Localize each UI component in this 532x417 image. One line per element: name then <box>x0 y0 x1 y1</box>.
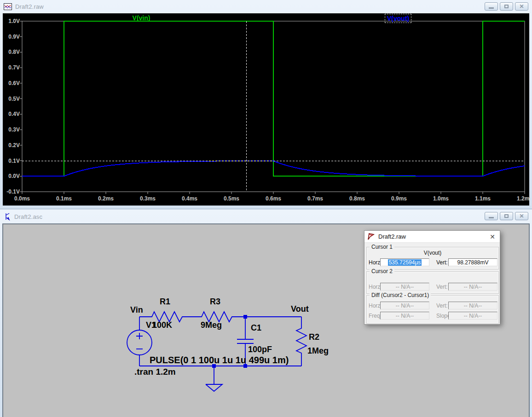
y-tick-label: 0.6V <box>3 80 20 86</box>
waveform-window-title: Draft2.raw <box>15 3 44 10</box>
x-tick-label: 0.9ms <box>387 195 411 202</box>
restore-icon <box>504 5 509 8</box>
cursor2-vert-input[interactable]: -- N/A-- <box>448 283 497 291</box>
schematic-window-title: Draft2.asc <box>14 213 42 220</box>
y-tick-label: 0.1V <box>3 158 20 164</box>
cursor2-group-label: Cursor 2 <box>370 268 394 274</box>
restore-icon <box>504 214 509 218</box>
component-label-c1[interactable]: C1 <box>251 323 261 333</box>
diff-slope-input[interactable]: -- N/A-- <box>448 312 497 320</box>
cursor1-vert-input[interactable]: 98.27888mV <box>448 258 497 266</box>
spice-directive-tran[interactable]: .tran 1.2m <box>134 367 176 377</box>
close-icon: ✕ <box>519 213 524 219</box>
x-tick-label: 1.1ms <box>471 195 494 202</box>
diff-group-label: Diff (Cursor2 - Cursor1) <box>370 292 431 298</box>
cursor2-horz-input[interactable]: -- N/A-- <box>380 283 429 291</box>
vin-trace[interactable] <box>22 21 525 176</box>
trace-label-vin[interactable]: V(vin) <box>127 14 156 22</box>
cursor1-trace-name: V(vout) <box>367 250 498 256</box>
diff-freq-label: Freq: <box>369 313 382 319</box>
minimize-icon <box>489 7 494 9</box>
waveform-plot[interactable]: V(vin) V(vout) 1.0V0.9V0.8V0.7V0.6V0.5V0… <box>3 13 529 206</box>
y-tick-label: 0.0V <box>3 173 20 179</box>
diff-horz-input[interactable]: -- N/A-- <box>380 302 429 309</box>
x-tick-label: 0.7ms <box>304 195 327 202</box>
close-icon: ✕ <box>519 4 524 9</box>
waveform-window: Draft2.raw ✕ V(vin) V(vout) 1.0V0.9V0.8V… <box>0 0 532 209</box>
dialog-close-icon[interactable]: ✕ <box>490 233 495 240</box>
y-tick-label: 0.8V <box>3 49 20 55</box>
x-tick-label: 0.6ms <box>262 195 285 202</box>
cursor1-group: Cursor 1 V(vout) Horz: 535.72594µs Vert:… <box>366 247 499 269</box>
diff-vert-input[interactable]: -- N/A-- <box>448 302 497 309</box>
x-tick-label: 0.4ms <box>178 195 201 202</box>
component-value-r1[interactable]: 100K <box>152 320 172 330</box>
x-tick-label: 0.0ms <box>11 195 34 202</box>
y-tick-label: 0.2V <box>3 142 20 149</box>
net-label-vout[interactable]: Vout <box>291 304 309 314</box>
waveform-titlebar[interactable]: Draft2.raw ✕ <box>0 0 532 13</box>
cursor-dialog-title: Draft2.raw <box>378 233 406 240</box>
close-button[interactable]: ✕ <box>515 2 528 11</box>
resistor-r2-symbol <box>296 317 306 366</box>
minimize-button[interactable] <box>485 2 498 11</box>
x-tick-label: 0.2ms <box>94 195 117 202</box>
component-value-r3[interactable]: 9Meg <box>201 320 222 330</box>
y-tick-label: 0.5V <box>3 96 20 102</box>
cursor-dialog: Draft2.raw ✕ Cursor 1 V(vout) Horz: 535.… <box>364 230 500 325</box>
waveform-app-icon <box>4 3 12 10</box>
restore-button[interactable] <box>500 2 513 11</box>
cursor-dialog-titlebar[interactable]: Draft2.raw ✕ <box>364 231 500 243</box>
x-tick-label: 1.0ms <box>429 195 452 202</box>
cursor1-horz-input[interactable]: 535.72594µs <box>380 258 429 266</box>
waveform-traces <box>3 13 529 206</box>
y-tick-label: 0.9V <box>3 34 20 40</box>
component-label-r3[interactable]: R3 <box>210 297 220 307</box>
component-label-r1[interactable]: R1 <box>160 297 170 307</box>
x-tick-label: 0.1ms <box>52 195 75 202</box>
cursor2-group: Cursor 2 Horz: -- N/A-- Vert: -- N/A-- <box>366 271 499 294</box>
cursor1-vert-label: Vert: <box>436 259 448 266</box>
x-tick-label: 0.5ms <box>220 195 243 202</box>
y-tick-label: -0.1V <box>3 189 20 195</box>
y-tick-label: 0.4V <box>3 111 20 117</box>
cursor2-vert-label: Vert: <box>436 284 448 290</box>
component-label-r2[interactable]: R2 <box>309 332 319 342</box>
trace-label-vout[interactable]: V(vout) <box>385 14 411 23</box>
x-tick-label: 0.3ms <box>136 195 159 202</box>
restore-button-2[interactable] <box>500 212 513 220</box>
source-value-pulse[interactable]: PULSE(0 1 100u 1u 1u 499u 1m) <box>150 355 289 366</box>
diff-group: Diff (Cursor2 - Cursor1) Horz: -- N/A-- … <box>366 295 499 324</box>
net-label-vin[interactable]: Vin <box>130 305 143 315</box>
junction <box>243 315 247 319</box>
component-value-c1[interactable]: 100pF <box>248 345 272 354</box>
minimize-icon <box>489 217 494 218</box>
y-tick-label: 0.7V <box>3 64 20 71</box>
cursor1-group-label: Cursor 1 <box>370 244 394 250</box>
diff-freq-input[interactable]: -- N/A-- <box>380 312 429 320</box>
x-tick-label: 1.2ms <box>513 195 529 202</box>
diff-vert-label: Vert: <box>436 303 448 309</box>
schematic-app-icon <box>4 212 11 221</box>
cursor1-horz-value: 535.72594µs <box>388 259 422 266</box>
plus-icon <box>136 333 143 339</box>
schematic-titlebar[interactable]: Draft2.asc ✕ <box>0 210 532 223</box>
ltspice-logo-icon <box>367 233 375 240</box>
x-tick-label: 0.8ms <box>346 195 369 202</box>
schematic-window: Draft2.asc ✕ <box>0 210 532 417</box>
y-tick-label: 0.3V <box>3 126 20 133</box>
y-tick-label: 1.0V <box>3 18 20 24</box>
ground-symbol <box>206 366 222 391</box>
component-value-r2[interactable]: 1Meg <box>307 346 329 356</box>
minimize-button-2[interactable] <box>485 212 498 220</box>
close-button-2[interactable]: ✕ <box>515 212 528 220</box>
